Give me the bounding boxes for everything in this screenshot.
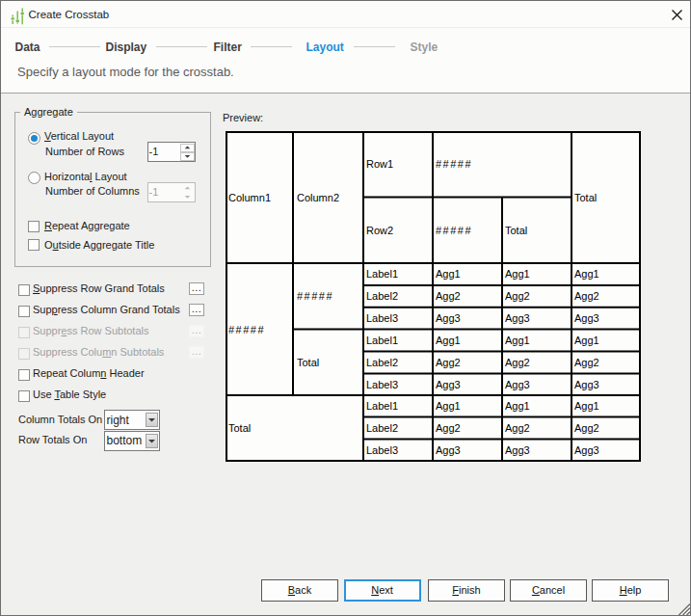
- svg-text:Agg2: Agg2: [574, 422, 599, 434]
- svg-text:#####: #####: [436, 158, 472, 170]
- svg-text:Label2: Label2: [366, 290, 398, 302]
- svg-text:Agg2: Agg2: [574, 357, 599, 368]
- svg-text:Agg3: Agg3: [574, 312, 599, 324]
- svg-text:Agg1: Agg1: [574, 335, 599, 346]
- svg-text:Agg1: Agg1: [436, 268, 461, 280]
- svg-text:Agg1: Agg1: [574, 268, 599, 280]
- svg-text:Agg2: Agg2: [574, 290, 599, 302]
- svg-text:Agg2: Agg2: [436, 422, 461, 434]
- svg-text:Agg1: Agg1: [436, 400, 461, 412]
- svg-text:Agg2: Agg2: [505, 357, 530, 368]
- svg-text:Agg3: Agg3: [505, 312, 530, 324]
- svg-text:Label1: Label1: [366, 268, 398, 280]
- svg-text:Total: Total: [297, 357, 319, 368]
- svg-text:Agg1: Agg1: [505, 268, 530, 280]
- svg-text:Agg1: Agg1: [505, 335, 530, 346]
- svg-text:Agg1: Agg1: [505, 400, 530, 412]
- svg-text:#####: #####: [436, 225, 472, 236]
- svg-text:Agg3: Agg3: [436, 312, 461, 324]
- svg-text:Row2: Row2: [366, 225, 393, 236]
- svg-text:Label1: Label1: [366, 400, 398, 412]
- svg-text:Agg2: Agg2: [505, 422, 530, 434]
- svg-text:#####: #####: [297, 290, 333, 302]
- svg-text:Column2: Column2: [297, 192, 339, 203]
- svg-text:Agg2: Agg2: [505, 290, 530, 302]
- svg-text:Label2: Label2: [366, 357, 398, 368]
- svg-text:Agg3: Agg3: [505, 444, 530, 456]
- svg-text:Column1: Column1: [228, 192, 271, 203]
- svg-text:Agg3: Agg3: [574, 444, 599, 456]
- svg-text:Agg2: Agg2: [436, 357, 461, 368]
- svg-text:Total: Total: [574, 192, 597, 203]
- svg-text:Agg3: Agg3: [574, 379, 599, 390]
- svg-text:Label3: Label3: [366, 444, 398, 456]
- svg-text:Agg3: Agg3: [436, 444, 461, 456]
- svg-text:Label1: Label1: [366, 335, 398, 346]
- svg-text:Total: Total: [505, 225, 527, 236]
- svg-text:Agg2: Agg2: [436, 290, 461, 302]
- svg-text:Agg1: Agg1: [436, 335, 461, 346]
- svg-text:Label2: Label2: [366, 422, 398, 434]
- svg-text:Row1: Row1: [366, 158, 393, 170]
- svg-text:Agg1: Agg1: [574, 400, 599, 412]
- svg-text:Agg3: Agg3: [505, 379, 530, 390]
- svg-text:Label3: Label3: [366, 312, 398, 324]
- svg-text:#####: #####: [228, 324, 265, 335]
- svg-text:Total: Total: [228, 422, 251, 434]
- svg-text:Label3: Label3: [366, 379, 398, 390]
- svg-text:Agg3: Agg3: [436, 379, 461, 390]
